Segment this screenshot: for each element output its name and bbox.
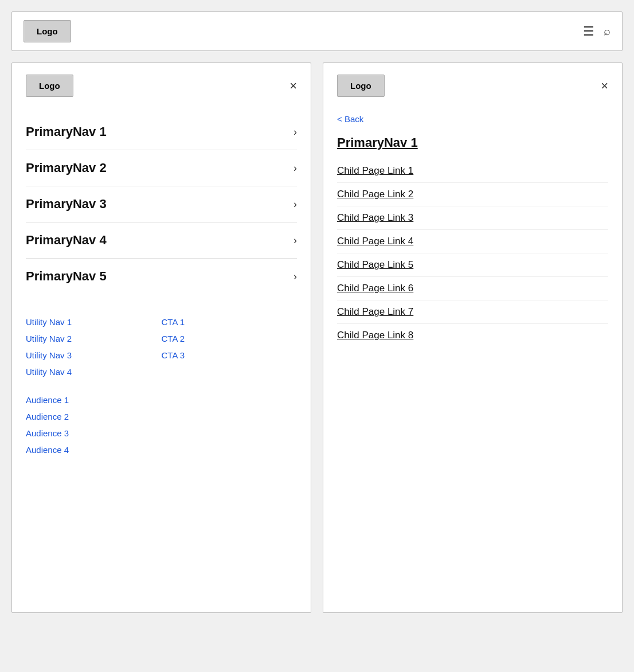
child-page-link-1[interactable]: Child Page Link 1 xyxy=(337,165,413,177)
hamburger-icon[interactable]: ☰ xyxy=(583,24,594,39)
primary-nav-label-4: PrimaryNav 4 xyxy=(26,233,107,248)
primary-nav-label-2: PrimaryNav 2 xyxy=(26,161,107,175)
child-page-link-6[interactable]: Child Page Link 6 xyxy=(337,283,413,294)
chevron-right-icon-5: › xyxy=(293,271,297,283)
cta-link-2[interactable]: CTA 2 xyxy=(162,330,298,347)
right-panel-logo[interactable]: Logo xyxy=(337,75,385,97)
cta-col: CTA 1 CTA 2 CTA 3 xyxy=(162,314,298,380)
utility-nav-link-4[interactable]: Utility Nav 4 xyxy=(26,364,162,380)
chevron-right-icon-3: › xyxy=(293,198,297,210)
audience-link-4[interactable]: Audience 4 xyxy=(26,442,297,458)
left-panel-header: Logo × xyxy=(26,75,297,97)
child-link-list: Child Page Link 1 Child Page Link 2 Chil… xyxy=(337,159,608,347)
left-panel-close-button[interactable]: × xyxy=(289,80,297,92)
audience-section: Audience 1 Audience 2 Audience 3 Audienc… xyxy=(26,392,297,458)
panels-row: Logo × PrimaryNav 1 › PrimaryNav 2 › Pri… xyxy=(11,62,623,613)
chevron-right-icon-2: › xyxy=(293,162,297,174)
top-nav-icons: ☰ ⌕ xyxy=(583,24,610,39)
bottom-links: Utility Nav 1 Utility Nav 2 Utility Nav … xyxy=(26,308,297,458)
active-primary-nav-title[interactable]: PrimaryNav 1 xyxy=(337,135,608,150)
child-page-link-2[interactable]: Child Page Link 2 xyxy=(337,189,413,200)
primary-nav-label-3: PrimaryNav 3 xyxy=(26,197,107,212)
top-nav-logo[interactable]: Logo xyxy=(24,20,71,42)
cta-link-3[interactable]: CTA 3 xyxy=(162,347,298,364)
page-wrapper: Logo ☰ ⌕ Logo × PrimaryNav 1 › PrimaryNa… xyxy=(11,11,623,613)
primary-nav-label-5: PrimaryNav 5 xyxy=(26,269,107,284)
primary-nav-list: PrimaryNav 1 › PrimaryNav 2 › PrimaryNav… xyxy=(26,114,297,294)
audience-link-1[interactable]: Audience 1 xyxy=(26,392,297,408)
child-link-item-3: Child Page Link 3 xyxy=(337,206,608,230)
child-link-item-1: Child Page Link 1 xyxy=(337,159,608,183)
primary-nav-item[interactable]: PrimaryNav 1 › xyxy=(26,114,297,150)
child-link-item-2: Child Page Link 2 xyxy=(337,183,608,206)
right-panel: Logo × < Back PrimaryNav 1 Child Page Li… xyxy=(323,62,623,613)
right-panel-close-button[interactable]: × xyxy=(601,80,608,92)
child-page-link-5[interactable]: Child Page Link 5 xyxy=(337,259,413,271)
chevron-right-icon-4: › xyxy=(293,235,297,247)
audience-link-2[interactable]: Audience 2 xyxy=(26,408,297,425)
child-link-item-4: Child Page Link 4 xyxy=(337,230,608,253)
left-panel-logo[interactable]: Logo xyxy=(26,75,73,97)
audience-link-3[interactable]: Audience 3 xyxy=(26,425,297,442)
utility-col: Utility Nav 1 Utility Nav 2 Utility Nav … xyxy=(26,314,162,380)
top-nav-bar: Logo ☰ ⌕ xyxy=(11,11,623,51)
child-page-link-8[interactable]: Child Page Link 8 xyxy=(337,330,413,341)
child-page-link-3[interactable]: Child Page Link 3 xyxy=(337,212,413,224)
child-link-item-7: Child Page Link 7 xyxy=(337,300,608,324)
child-link-item-5: Child Page Link 5 xyxy=(337,253,608,277)
back-link[interactable]: < Back xyxy=(337,114,363,124)
primary-nav-item[interactable]: PrimaryNav 3 › xyxy=(26,186,297,222)
utility-nav-link-1[interactable]: Utility Nav 1 xyxy=(26,314,162,330)
child-page-link-4[interactable]: Child Page Link 4 xyxy=(337,236,413,247)
utility-nav-link-3[interactable]: Utility Nav 3 xyxy=(26,347,162,364)
utility-cta-row: Utility Nav 1 Utility Nav 2 Utility Nav … xyxy=(26,314,297,380)
utility-nav-link-2[interactable]: Utility Nav 2 xyxy=(26,330,162,347)
search-icon[interactable]: ⌕ xyxy=(604,25,610,38)
child-link-item-6: Child Page Link 6 xyxy=(337,277,608,300)
primary-nav-item[interactable]: PrimaryNav 2 › xyxy=(26,150,297,186)
primary-nav-label-1: PrimaryNav 1 xyxy=(26,124,107,139)
primary-nav-item[interactable]: PrimaryNav 5 › xyxy=(26,259,297,294)
cta-link-1[interactable]: CTA 1 xyxy=(162,314,298,330)
chevron-right-icon-1: › xyxy=(293,126,297,138)
left-panel: Logo × PrimaryNav 1 › PrimaryNav 2 › Pri… xyxy=(11,62,311,613)
child-link-item-8: Child Page Link 8 xyxy=(337,324,608,347)
right-panel-header: Logo × xyxy=(337,75,608,97)
child-page-link-7[interactable]: Child Page Link 7 xyxy=(337,306,413,318)
primary-nav-item[interactable]: PrimaryNav 4 › xyxy=(26,222,297,259)
